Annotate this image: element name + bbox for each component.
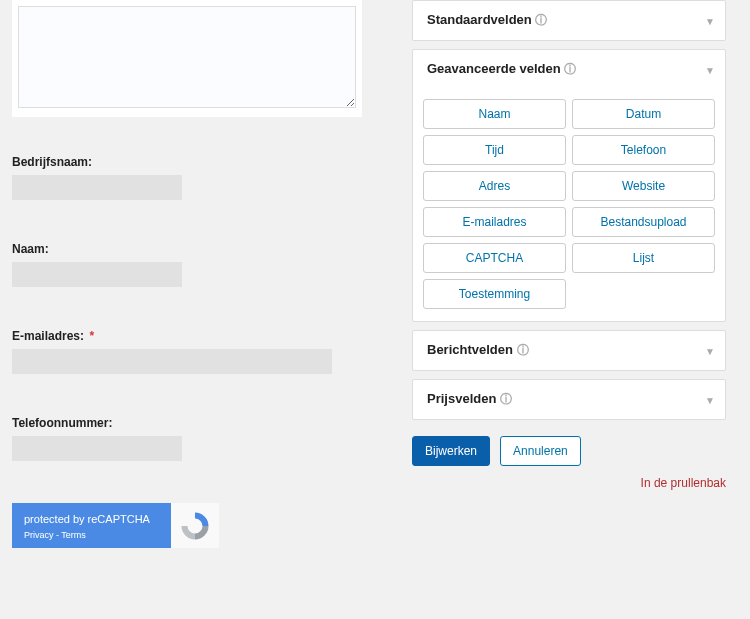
field-type-pill[interactable]: CAPTCHA: [423, 243, 566, 273]
phone-label: Telefoonnummer:: [12, 416, 400, 430]
panel-header-standard[interactable]: Standaardvelden ⓘ ▼: [413, 1, 725, 40]
recaptcha-privacy-link[interactable]: Privacy: [24, 530, 54, 540]
field-type-pill[interactable]: Lijst: [572, 243, 715, 273]
field-name: Naam:: [12, 242, 400, 287]
help-icon[interactable]: ⓘ: [500, 391, 512, 408]
recaptcha-logo: [171, 503, 219, 548]
field-type-pill[interactable]: Adres: [423, 171, 566, 201]
update-button[interactable]: Bijwerken: [412, 436, 490, 466]
help-icon[interactable]: ⓘ: [535, 12, 547, 29]
panel-title-advanced: Geavanceerde velden: [427, 61, 561, 76]
panel-title-message: Berichtvelden: [427, 342, 513, 357]
name-label: Naam:: [12, 242, 400, 256]
chevron-down-icon: ▼: [705, 394, 715, 405]
panel-title-price: Prijsvelden: [427, 391, 496, 406]
phone-input[interactable]: [12, 436, 182, 461]
panel-header-price[interactable]: Prijsvelden ⓘ ▼: [413, 380, 725, 419]
cancel-button[interactable]: Annuleren: [500, 436, 581, 466]
recaptcha-icon: [180, 511, 210, 541]
email-label-text: E-mailadres:: [12, 329, 84, 343]
panel-title-standard: Standaardvelden: [427, 12, 532, 27]
field-type-pill[interactable]: Naam: [423, 99, 566, 129]
field-type-pill[interactable]: Tijd: [423, 135, 566, 165]
help-icon[interactable]: ⓘ: [517, 342, 529, 359]
company-input[interactable]: [12, 175, 182, 200]
company-label: Bedrijfsnaam:: [12, 155, 400, 169]
trash-link[interactable]: In de prullenbak: [412, 476, 726, 490]
recaptcha-main: protected by reCAPTCHA Privacy - Terms: [12, 503, 171, 548]
panel-standard-fields: Standaardvelden ⓘ ▼: [412, 0, 726, 41]
chevron-down-icon: ▼: [705, 64, 715, 75]
email-input[interactable]: [12, 349, 332, 374]
form-card: [12, 0, 362, 117]
recaptcha-text: protected by reCAPTCHA: [24, 513, 159, 525]
field-type-pill[interactable]: E-mailadres: [423, 207, 566, 237]
field-phone: Telefoonnummer:: [12, 416, 400, 461]
recaptcha-terms-link[interactable]: Terms: [61, 530, 86, 540]
field-type-pill[interactable]: Bestandsupload: [572, 207, 715, 237]
field-type-pill[interactable]: Datum: [572, 99, 715, 129]
panel-header-advanced[interactable]: Geavanceerde velden ⓘ ▼: [413, 50, 725, 89]
chevron-down-icon: ▼: [705, 15, 715, 26]
panel-message-fields: Berichtvelden ⓘ ▼: [412, 330, 726, 371]
help-icon[interactable]: ⓘ: [564, 61, 576, 78]
form-actions: Bijwerken Annuleren: [412, 436, 726, 466]
email-label: E-mailadres: *: [12, 329, 400, 343]
field-email: E-mailadres: *: [12, 329, 400, 374]
panel-body-advanced: NaamDatumTijdTelefoonAdresWebsiteE-maila…: [413, 89, 725, 321]
field-type-pill[interactable]: Toestemming: [423, 279, 566, 309]
field-company: Bedrijfsnaam:: [12, 155, 400, 200]
recaptcha-badge: protected by reCAPTCHA Privacy - Terms: [12, 503, 219, 548]
field-type-pill[interactable]: Website: [572, 171, 715, 201]
panel-advanced-fields: Geavanceerde velden ⓘ ▼ NaamDatumTijdTel…: [412, 49, 726, 322]
field-type-pill[interactable]: Telefoon: [572, 135, 715, 165]
required-asterisk: *: [89, 329, 94, 343]
panel-price-fields: Prijsvelden ⓘ ▼: [412, 379, 726, 420]
name-input[interactable]: [12, 262, 182, 287]
message-textarea[interactable]: [18, 6, 356, 108]
panel-header-message[interactable]: Berichtvelden ⓘ ▼: [413, 331, 725, 370]
chevron-down-icon: ▼: [705, 345, 715, 356]
